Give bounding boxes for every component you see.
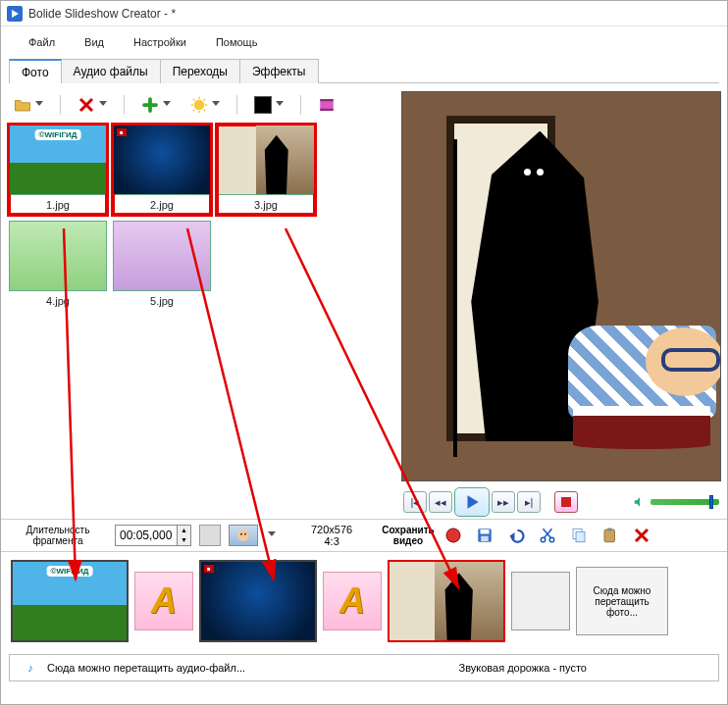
svg-line-7: [193, 99, 195, 101]
preview-viewport: [401, 91, 721, 481]
speaker-icon: [633, 495, 647, 509]
resolution-label: 720x576 4:3: [311, 524, 352, 547]
chevron-down-icon: [276, 101, 284, 109]
separator: [300, 95, 301, 115]
chevron-down-icon: [212, 101, 220, 109]
svg-marker-14: [468, 495, 479, 509]
spin-down-button[interactable]: ▼: [177, 535, 190, 545]
timeline-transition[interactable]: A: [134, 572, 193, 630]
transport-bar: |◂ ◂◂ ▸▸ ▸|: [401, 481, 721, 523]
thumbnail-image: ■: [113, 125, 211, 195]
menu-settings[interactable]: Настройки: [126, 32, 194, 52]
chevron-down-icon: [99, 101, 107, 109]
app-icon: [7, 6, 23, 22]
menubar: Файл Вид Настройки Помощь: [1, 26, 727, 58]
undo-button[interactable]: [505, 525, 527, 546]
thumbnail-caption: 1.jpg: [9, 199, 107, 211]
thumbnail-item[interactable]: ■ 2.jpg: [113, 125, 211, 215]
menu-help[interactable]: Помощь: [208, 32, 266, 52]
svg-rect-26: [576, 531, 585, 542]
cut-button[interactable]: [537, 525, 558, 546]
fragment-toolbar: Длительность фрагмента ▲▼ 720x576 4:3 Со…: [1, 519, 727, 551]
fragment-duration-label: Длительность фрагмента: [9, 525, 107, 546]
timeline-transition-empty[interactable]: [511, 572, 570, 630]
thumbnail-item[interactable]: 5.jpg: [113, 221, 211, 307]
add-button[interactable]: [136, 93, 176, 117]
thumbnail-item[interactable]: 4.jpg: [9, 221, 107, 307]
film-button[interactable]: [313, 93, 340, 117]
thumbnail-caption: 5.jpg: [113, 295, 211, 307]
save-button[interactable]: [474, 525, 495, 546]
paste-button[interactable]: [599, 525, 621, 546]
copy-button[interactable]: [568, 525, 590, 546]
thumbnail-item[interactable]: ©WIFIГИД 1.jpg: [9, 125, 107, 215]
spin-up-button[interactable]: ▲: [177, 526, 190, 535]
tab-audio[interactable]: Аудио файлы: [61, 59, 161, 83]
color-swatch: [254, 96, 272, 114]
thumbnail-caption: 2.jpg: [113, 199, 211, 211]
effect-button[interactable]: [185, 93, 225, 117]
audio-track-bar[interactable]: ♪ Сюда можно перетащить аудио-файл... Зв…: [9, 654, 719, 681]
remove-button[interactable]: [631, 525, 652, 546]
svg-point-15: [237, 529, 249, 541]
fragment-duration-input[interactable]: [116, 527, 177, 544]
audio-track-status: Звуковая дорожка - пусто: [459, 662, 587, 674]
svg-rect-21: [481, 536, 489, 541]
timeline-transition[interactable]: A: [323, 572, 382, 630]
go-start-button[interactable]: |◂: [403, 491, 427, 513]
library-toolbar: [9, 91, 391, 123]
volume-slider[interactable]: [650, 499, 719, 505]
timeline-drop-hint: Сюда можно перетащить фото...: [581, 585, 663, 618]
svg-line-8: [204, 110, 206, 112]
chevron-down-icon: [268, 531, 276, 539]
face-preset-button[interactable]: [229, 525, 258, 546]
stop-button[interactable]: [554, 491, 578, 513]
tab-effects[interactable]: Эффекты: [239, 59, 319, 83]
grey-swatch[interactable]: [199, 525, 221, 546]
media-tabs: Фото Аудио файлы Переходы Эффекты: [9, 58, 719, 83]
library-pane: ©WIFIГИД 1.jpg ■ 2.jpg 3.jpg 4.jpg 5.jpg: [1, 87, 399, 519]
delete-button[interactable]: [73, 93, 112, 117]
menu-view[interactable]: Вид: [77, 32, 112, 52]
svg-point-2: [194, 100, 205, 111]
svg-line-10: [193, 110, 195, 112]
play-button[interactable]: [454, 487, 490, 517]
aspect-value: 4:3: [311, 535, 352, 547]
svg-rect-20: [480, 529, 489, 534]
timeline-clip-selected[interactable]: [388, 560, 505, 642]
prev-button[interactable]: ◂◂: [429, 491, 452, 513]
preview-image: [402, 92, 720, 480]
record-button[interactable]: [442, 525, 464, 546]
next-button[interactable]: ▸▸: [492, 491, 515, 513]
tab-photo[interactable]: Фото: [9, 59, 62, 83]
tab-transitions[interactable]: Переходы: [160, 59, 240, 83]
timeline-clip[interactable]: ■: [199, 560, 317, 642]
timeline-drop-zone[interactable]: Сюда можно перетащить фото...: [576, 567, 668, 635]
svg-rect-13: [320, 109, 334, 111]
thumbnail-item[interactable]: 3.jpg: [217, 125, 315, 215]
timeline[interactable]: ©WIFIГИД A ■ A Сюда можно перетащить фот…: [1, 551, 727, 650]
thumbnail-image: ©WIFIГИД: [9, 125, 107, 195]
thumbnail-image: [217, 125, 315, 195]
audio-drop-hint: Сюда можно перетащить аудио-файл...: [47, 662, 245, 674]
chevron-down-icon: [35, 101, 43, 109]
add-folder-button[interactable]: [9, 93, 48, 117]
svg-rect-27: [604, 529, 615, 542]
save-video-label: Сохранить видео: [382, 525, 435, 546]
svg-line-9: [204, 99, 206, 101]
preview-pane: |◂ ◂◂ ▸▸ ▸|: [399, 87, 727, 519]
go-end-button[interactable]: ▸|: [517, 491, 541, 513]
menu-file[interactable]: Файл: [21, 32, 63, 52]
svg-point-18: [446, 529, 460, 542]
timeline-clip[interactable]: ©WIFIГИД: [11, 560, 129, 642]
svg-rect-28: [607, 529, 612, 531]
svg-point-16: [240, 533, 242, 535]
thumbnail-image: [9, 221, 107, 291]
volume-control: [633, 495, 719, 509]
svg-point-17: [244, 533, 246, 535]
chevron-down-icon: [163, 101, 171, 109]
separator: [124, 95, 125, 115]
fragment-duration-spinner[interactable]: ▲▼: [115, 525, 191, 546]
color-swatch-button[interactable]: [249, 93, 288, 117]
svg-rect-12: [320, 99, 334, 101]
